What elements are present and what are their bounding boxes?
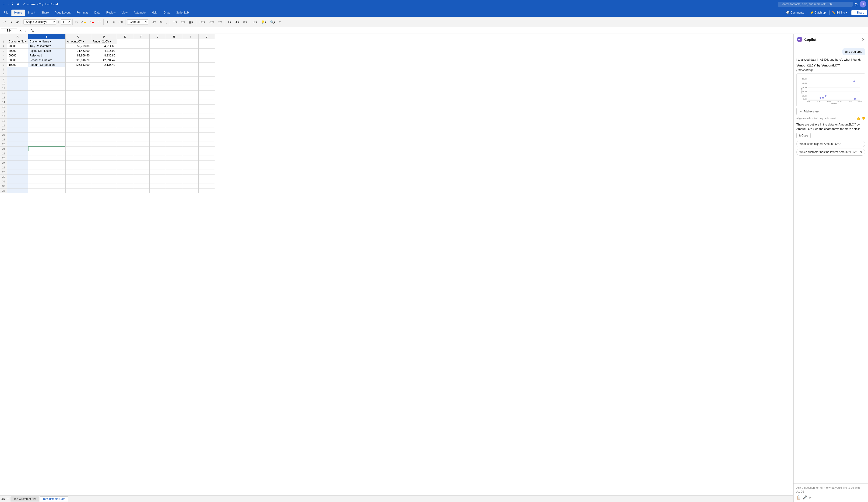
- tab-file[interactable]: File: [1, 10, 11, 15]
- font-family-selector[interactable]: Segoe UI (Body): [23, 19, 56, 24]
- cell-b24[interactable]: [28, 146, 65, 151]
- refresh-icon[interactable]: ↻: [859, 150, 862, 154]
- tab-data[interactable]: Data: [92, 10, 103, 15]
- cell-i24[interactable]: [182, 146, 198, 151]
- cell-f6[interactable]: [133, 63, 149, 67]
- cell-e2[interactable]: [117, 44, 133, 49]
- cell-g6[interactable]: [149, 63, 166, 67]
- comments-button[interactable]: 💬 Comments: [784, 10, 806, 15]
- cell-a2[interactable]: 20000: [7, 44, 28, 49]
- tab-insert[interactable]: Insert: [25, 10, 38, 15]
- add-to-sheet-button[interactable]: ＋ Add to sheet: [796, 108, 822, 115]
- cell-a5[interactable]: 30000: [7, 58, 28, 63]
- share-button[interactable]: ↑ Share: [851, 10, 867, 15]
- waffle-icon[interactable]: ⋮⋮⋮: [2, 2, 14, 7]
- cell-e5[interactable]: [117, 58, 133, 63]
- sort-filter-button[interactable]: ⇅▾: [251, 19, 259, 25]
- sum-button[interactable]: Σ▾: [226, 19, 233, 25]
- wrap-button[interactable]: ↵≡: [117, 19, 124, 25]
- align-button[interactable]: ≡: [105, 19, 110, 25]
- cell-g24[interactable]: [149, 146, 166, 151]
- cell-c6[interactable]: 225,613.00: [65, 63, 91, 67]
- settings-icon[interactable]: ⚙: [855, 2, 858, 7]
- cell-e1[interactable]: [117, 39, 133, 44]
- find-button[interactable]: 🔍▾: [269, 19, 277, 25]
- insert-cells-button[interactable]: +⊞▾: [198, 19, 207, 25]
- tab-automate[interactable]: Automate: [131, 10, 148, 15]
- tab-top-customer-data[interactable]: TopCustomerData: [40, 496, 69, 502]
- cell-g4[interactable]: [149, 53, 166, 58]
- cell-f4[interactable]: [133, 53, 149, 58]
- cell-a24[interactable]: [7, 146, 28, 151]
- col-header-g[interactable]: G: [149, 34, 166, 39]
- tab-top-customer-list[interactable]: Top Customer List: [10, 496, 39, 502]
- col-header-b[interactable]: B: [28, 34, 65, 39]
- avatar[interactable]: U: [860, 1, 866, 8]
- clear-button[interactable]: ✕▾: [241, 19, 249, 25]
- cell-f3[interactable]: [133, 49, 149, 53]
- fill-button[interactable]: ⬇▾: [234, 19, 241, 25]
- send-icon[interactable]: ➤: [808, 495, 812, 500]
- more-button[interactable]: ▾: [278, 19, 282, 25]
- cell-e6[interactable]: [117, 63, 133, 67]
- cell-j6[interactable]: [198, 63, 215, 67]
- col-header-d[interactable]: D: [91, 34, 117, 39]
- cell-g2[interactable]: [149, 44, 166, 49]
- cell-a1[interactable]: CustomerNo ▾: [7, 39, 28, 44]
- cell-d2[interactable]: 4,214.60: [91, 44, 117, 49]
- cell-g1[interactable]: [149, 39, 166, 44]
- col-header-i[interactable]: I: [182, 34, 198, 39]
- cell-j24[interactable]: [198, 146, 215, 151]
- cell-g3[interactable]: [149, 49, 166, 53]
- cell-b2[interactable]: Trey Research12: [28, 44, 65, 49]
- cell-c1[interactable]: AmountLCY ▾: [65, 39, 91, 44]
- tab-review[interactable]: Review: [104, 10, 118, 15]
- formula-input[interactable]: [36, 29, 867, 33]
- font-dropdown-icon[interactable]: ▾: [57, 20, 60, 24]
- cell-b4[interactable]: Relecloud: [28, 53, 65, 58]
- cell-i2[interactable]: [182, 44, 198, 49]
- indent-button[interactable]: ⇥: [111, 19, 116, 25]
- cell-h2[interactable]: [166, 44, 182, 49]
- cell-i6[interactable]: [182, 63, 198, 67]
- cell-d4[interactable]: 8,836.80: [91, 53, 117, 58]
- microphone-icon[interactable]: 🎤: [803, 495, 807, 500]
- sheet-nav-prev[interactable]: ◀: [1, 497, 3, 501]
- cell-j3[interactable]: [198, 49, 215, 53]
- col-header-f[interactable]: F: [133, 34, 149, 39]
- cell-c5[interactable]: 223,316.70: [65, 58, 91, 63]
- redo-button[interactable]: ↪: [8, 19, 13, 25]
- cell-f5[interactable]: [133, 58, 149, 63]
- fill-color-button[interactable]: A▬: [80, 19, 87, 25]
- cell-h5[interactable]: [166, 58, 182, 63]
- col-header-a[interactable]: A: [7, 34, 28, 39]
- copilot-close-icon[interactable]: ✕: [862, 37, 865, 42]
- cell-d3[interactable]: 4,316.92: [91, 49, 117, 53]
- tab-script-lab[interactable]: Script Lab: [173, 10, 192, 15]
- suggestion-chip-2[interactable]: Which customer has the lowest Amount2LCY…: [796, 149, 865, 156]
- cell-j5[interactable]: [198, 58, 215, 63]
- thumbs-down-icon[interactable]: 👎: [861, 116, 865, 120]
- cell-d6[interactable]: 2,135.48: [91, 63, 117, 67]
- font-color-button[interactable]: A▬: [88, 19, 95, 25]
- col-header-e[interactable]: E: [117, 34, 133, 39]
- cell-e3[interactable]: [117, 49, 133, 53]
- tab-view[interactable]: View: [119, 10, 131, 15]
- cell-e4[interactable]: [117, 53, 133, 58]
- cell-i3[interactable]: [182, 49, 198, 53]
- cell-h4[interactable]: [166, 53, 182, 58]
- cell-e24[interactable]: [117, 146, 133, 151]
- editing-button[interactable]: ✏️ Editing ▾: [829, 10, 850, 15]
- tab-draw[interactable]: Draw: [161, 10, 173, 15]
- cell-d1[interactable]: Amount2LCY ▾: [91, 39, 117, 44]
- cell-styles-button[interactable]: ▦▾: [187, 19, 195, 25]
- cell-g5[interactable]: [149, 58, 166, 63]
- cell-j4[interactable]: [198, 53, 215, 58]
- cell-j1[interactable]: [198, 39, 215, 44]
- insert-function-icon[interactable]: ƒx: [29, 29, 35, 32]
- cell-a3[interactable]: 40000: [7, 49, 28, 53]
- cancel-formula-icon[interactable]: ✕: [18, 29, 23, 32]
- delete-cells-button[interactable]: -⊞▾: [207, 19, 215, 25]
- sheet-container[interactable]: A B C D E F G H I J 1: [0, 34, 793, 495]
- cell-d24[interactable]: [91, 146, 117, 151]
